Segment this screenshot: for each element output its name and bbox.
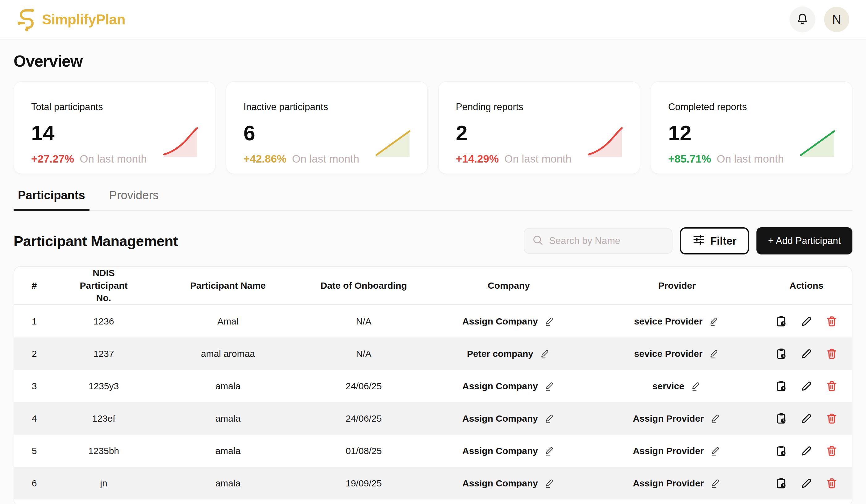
cell-actions [761, 412, 852, 425]
edit-underline-icon [544, 478, 555, 489]
edit-row-button[interactable] [800, 445, 813, 457]
tabs-bar: Participants Providers [14, 189, 852, 211]
delete-trash-icon [825, 348, 838, 360]
edit-provider-button[interactable] [710, 478, 721, 489]
avatar[interactable]: N [824, 7, 850, 32]
edit-provider-button[interactable] [710, 445, 721, 457]
cell-company: Assign Company [425, 478, 593, 489]
table-controls: Filter + Add Participant [524, 227, 852, 255]
cell-actions [761, 380, 852, 392]
cell-index: 4 [14, 413, 54, 424]
cell-participant-name: amala [153, 381, 303, 391]
tab-providers[interactable]: Providers [109, 189, 159, 210]
edit-underline-icon [710, 478, 721, 489]
edit-underline-icon [540, 348, 551, 359]
table-row: 5 1235bh amala 01/08/25 Assign Company A… [14, 435, 852, 467]
column-header: Actions [761, 279, 852, 292]
provider-value: sevice Provider [634, 316, 703, 327]
edit-company-button[interactable] [540, 348, 551, 359]
bell-icon [796, 13, 809, 26]
delete-trash-icon [825, 477, 838, 490]
report-button[interactable] [775, 477, 787, 490]
delete-row-button[interactable] [825, 348, 838, 360]
report-button[interactable] [775, 445, 787, 457]
edit-row-button[interactable] [800, 348, 813, 360]
report-button[interactable] [775, 348, 787, 360]
edit-company-button[interactable] [544, 478, 555, 489]
delete-trash-icon [825, 380, 838, 392]
delete-row-button[interactable] [825, 315, 838, 327]
delete-trash-icon [825, 445, 838, 457]
provider-value: service [653, 381, 684, 391]
stat-delta: +42.86% [244, 153, 286, 165]
company-value: Assign Company [462, 316, 538, 327]
stat-card: Completed reports 12 +85.71% On last mon… [651, 81, 852, 174]
report-clipboard-clock-icon [775, 477, 787, 490]
edit-company-button[interactable] [544, 381, 555, 392]
column-header: NDIS Participant No. [54, 267, 153, 304]
stat-card: Total participants 14 +27.27% On last mo… [14, 81, 215, 174]
cell-index: 3 [14, 381, 54, 391]
cell-company: Assign Company [425, 316, 593, 327]
delete-row-button[interactable] [825, 412, 838, 425]
cell-actions [761, 348, 852, 360]
tab-participants[interactable]: Participants [18, 189, 85, 210]
cell-ndis-number: jn [54, 478, 153, 489]
table-row: 1 1236 Amal N/A Assign Company sevice Pr… [14, 305, 852, 337]
stat-caption: On last month [80, 153, 147, 165]
column-header: Participant Name [153, 279, 303, 292]
delete-row-button[interactable] [825, 477, 838, 490]
report-button[interactable] [775, 380, 787, 392]
filter-sliders-icon [692, 233, 705, 249]
edit-provider-button[interactable] [710, 413, 721, 424]
edit-provider-button[interactable] [709, 348, 720, 359]
cell-provider: service [593, 381, 761, 392]
report-button[interactable] [775, 412, 787, 425]
edit-company-button[interactable] [544, 413, 555, 424]
provider-value: sevice Provider [634, 349, 703, 359]
cell-actions [761, 445, 852, 457]
table-row [14, 500, 852, 504]
cell-provider: Assign Provider [593, 445, 761, 457]
brand-logo[interactable]: SimplifyPlan [16, 8, 125, 32]
edit-row-button[interactable] [800, 380, 813, 392]
report-clipboard-clock-icon [775, 412, 787, 425]
edit-company-button[interactable] [544, 445, 555, 457]
table-row: 4 123ef amala 24/06/25 Assign Company As… [14, 402, 852, 435]
column-header: # [14, 279, 54, 292]
edit-row-button[interactable] [800, 412, 813, 425]
edit-provider-button[interactable] [690, 381, 701, 392]
filter-button-label: Filter [710, 235, 737, 247]
cell-actions [761, 477, 852, 490]
delete-row-button[interactable] [825, 380, 838, 392]
stat-card: Pending reports 2 +14.29% On last month [438, 81, 640, 174]
edit-provider-button[interactable] [709, 316, 720, 327]
page-title: Overview [14, 52, 852, 70]
report-clipboard-clock-icon [775, 380, 787, 392]
report-clipboard-clock-icon [775, 445, 787, 457]
participants-table: #NDIS Participant No.Participant NameDat… [14, 266, 852, 504]
table-row: 6 jn amala 19/09/25 Assign Company Assig… [14, 467, 852, 500]
edit-row-button[interactable] [800, 477, 813, 490]
cell-ndis-number: 123ef [54, 413, 153, 424]
company-value: Assign Company [462, 478, 538, 489]
report-button[interactable] [775, 315, 787, 327]
cell-index: 2 [14, 349, 54, 359]
column-header: Company [425, 279, 593, 292]
edit-company-button[interactable] [544, 316, 555, 327]
add-participant-button[interactable]: + Add Participant [756, 227, 852, 255]
company-value: Assign Company [462, 413, 538, 424]
edit-pencil-icon [800, 477, 813, 490]
edit-pencil-icon [800, 380, 813, 392]
column-header: Date of Onboarding [303, 279, 425, 292]
delete-row-button[interactable] [825, 445, 838, 457]
brand-name: SimplifyPlan [42, 11, 125, 28]
notifications-button[interactable] [789, 7, 815, 32]
search-input[interactable] [549, 235, 672, 246]
sparkline [588, 127, 623, 158]
edit-row-button[interactable] [800, 315, 813, 327]
edit-underline-icon [690, 381, 701, 392]
delete-trash-icon [825, 412, 838, 425]
filter-button[interactable]: Filter [680, 227, 749, 255]
cell-index: 6 [14, 478, 54, 489]
